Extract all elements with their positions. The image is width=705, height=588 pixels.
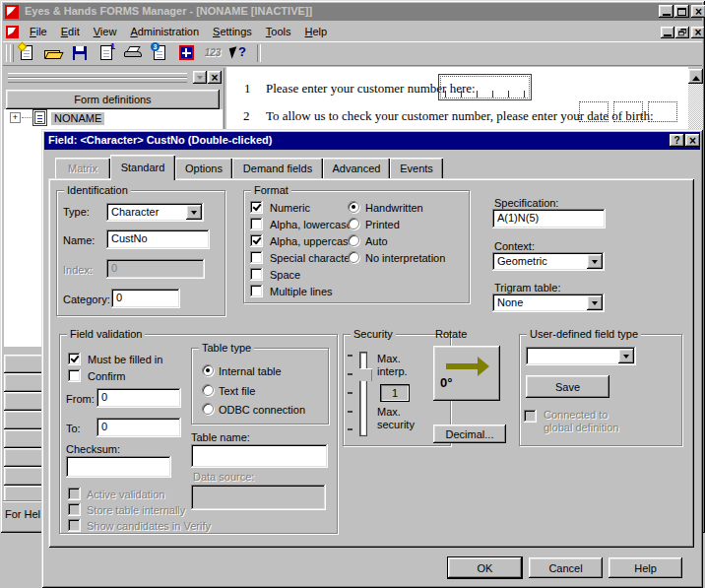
tree-item-noname[interactable]: NONAME [51, 112, 104, 125]
dialog-help-button[interactable]: ? [670, 134, 684, 147]
mdi-close-button[interactable]: × [691, 27, 705, 38]
menu-file[interactable]: File [23, 24, 54, 40]
menu-administration[interactable]: Administration [123, 24, 206, 40]
new-document-icon[interactable] [15, 42, 38, 63]
security-slider-thumb[interactable] [354, 368, 372, 381]
question-number: 2 [243, 108, 250, 124]
checkbox-special-characters[interactable] [250, 251, 263, 264]
custno-field-box[interactable] [438, 74, 532, 100]
category-input[interactable]: 0 [111, 289, 180, 308]
tab-standard[interactable]: Standard [110, 155, 175, 180]
form-definitions-caption[interactable]: Form definitions [6, 90, 220, 109]
form-document-icon[interactable] [32, 109, 47, 126]
tab-matrix[interactable]: Matrix [55, 158, 110, 178]
category-label: Category: [63, 294, 110, 305]
context-help-icon[interactable]: ? [227, 42, 251, 63]
close-button[interactable]: × [691, 5, 705, 18]
save-button[interactable]: Save [526, 375, 609, 398]
trigram-combo-arrow[interactable] [587, 295, 603, 310]
question-number: 1 [244, 81, 251, 97]
specification-input[interactable]: A(1)N(5) [492, 209, 606, 229]
checkbox-must-be-filled-in[interactable] [68, 353, 81, 365]
slider-tick [348, 355, 352, 357]
interpret-badge: 3 [151, 42, 160, 51]
open-icon[interactable] [41, 42, 65, 63]
panel-close-button[interactable]: × [208, 71, 222, 84]
user-defined-combobox[interactable] [526, 347, 636, 365]
toolbar-grip[interactable] [10, 44, 14, 62]
properties-icon[interactable]: 1 [95, 42, 118, 63]
menu-tools[interactable]: Tools [259, 24, 298, 40]
minimize-button[interactable] [659, 5, 673, 18]
panel-grip[interactable] [8, 78, 187, 83]
type-combobox[interactable]: Character [106, 203, 204, 222]
maximize-button[interactable] [674, 5, 689, 18]
logo-arrow-glyph [8, 28, 16, 35]
radio-text-file[interactable] [202, 384, 214, 396]
radio-internal-table[interactable] [202, 364, 214, 376]
radio-printed[interactable] [348, 218, 359, 229]
context-combo-arrow[interactable] [587, 254, 603, 269]
menu-settings[interactable]: Settings [206, 24, 259, 40]
date-field-box[interactable] [613, 101, 643, 122]
tab-advanced[interactable]: Advanced [323, 158, 390, 178]
max-interp-label: Max. interp. [377, 353, 420, 378]
menu-help[interactable]: Help [298, 24, 335, 40]
format-legend: Format [251, 184, 291, 197]
slider-tick [348, 428, 352, 430]
scan-icon[interactable] [121, 42, 145, 63]
name-label: Name: [63, 234, 95, 246]
table-type-group: Table type Internal table Text file ODBC… [191, 348, 329, 425]
checkbox-store-table-internally [68, 503, 81, 516]
context-combobox[interactable]: Geometric [492, 252, 605, 271]
trigram-combobox[interactable]: None [492, 294, 605, 312]
checkbox-space[interactable] [250, 268, 263, 281]
help-button[interactable]: Help [609, 557, 682, 578]
menu-view[interactable]: View [87, 24, 124, 40]
radio-handwritten[interactable] [348, 201, 359, 213]
save-icon[interactable] [68, 42, 92, 63]
checkbox-multiple-lines[interactable] [250, 285, 263, 297]
to-input[interactable]: 0 [96, 418, 181, 437]
app-logo-icon[interactable] [5, 5, 19, 19]
rotate-button[interactable]: 0° [433, 346, 500, 401]
slider-tick [348, 411, 352, 413]
tree-connector [22, 117, 32, 118]
checkbox-numeric[interactable] [250, 201, 263, 214]
menu-items: FileEditViewAdministrationSettingsToolsH… [23, 24, 334, 40]
checksum-input[interactable] [66, 456, 171, 478]
scroll-up-button[interactable] [688, 69, 703, 84]
document-logo-icon[interactable] [6, 26, 19, 38]
specification-label: Specification: [494, 197, 558, 209]
date-field-box[interactable] [648, 101, 677, 122]
checkbox-confirm[interactable] [68, 369, 81, 382]
from-input[interactable]: 0 [96, 388, 181, 408]
tree-expand-button[interactable]: + [10, 112, 21, 123]
decimal-button[interactable]: Decimal... [433, 425, 506, 443]
radio-no-interpretation[interactable] [348, 251, 359, 263]
ok-button[interactable]: OK [448, 557, 522, 578]
panel-menu-button[interactable] [193, 71, 207, 84]
radio-odbc-connection[interactable] [202, 403, 214, 415]
name-input[interactable]: CustNo [106, 229, 210, 249]
date-field-box[interactable] [579, 101, 609, 122]
type-combo-arrow[interactable] [186, 205, 202, 220]
interpret-icon[interactable]: 3 [148, 42, 171, 63]
radio-auto[interactable] [348, 234, 359, 246]
dialog-titlebar: Field: <Character> CustNo (Double-clicke… [44, 132, 700, 150]
tab-options[interactable]: Options [175, 158, 232, 178]
mdi-minimize-button[interactable] [661, 27, 674, 38]
user-defined-combo-arrow[interactable] [618, 349, 634, 363]
dialog-close-button[interactable]: × [685, 134, 700, 147]
security-slider-track[interactable] [359, 352, 367, 436]
checkbox-alpha-uppercase[interactable] [250, 234, 263, 247]
tab-events[interactable]: Events [390, 158, 443, 178]
mdi-restore-button[interactable] [675, 27, 689, 38]
tab-demand-fields[interactable]: Demand fields [232, 158, 323, 178]
table-name-input[interactable] [191, 444, 328, 468]
data-source-input [191, 485, 326, 510]
cancel-button[interactable]: Cancel [529, 557, 603, 578]
transfer-icon[interactable] [174, 42, 198, 63]
checkbox-alpha-lowercase[interactable] [250, 218, 263, 230]
menu-edit[interactable]: Edit [54, 24, 87, 40]
